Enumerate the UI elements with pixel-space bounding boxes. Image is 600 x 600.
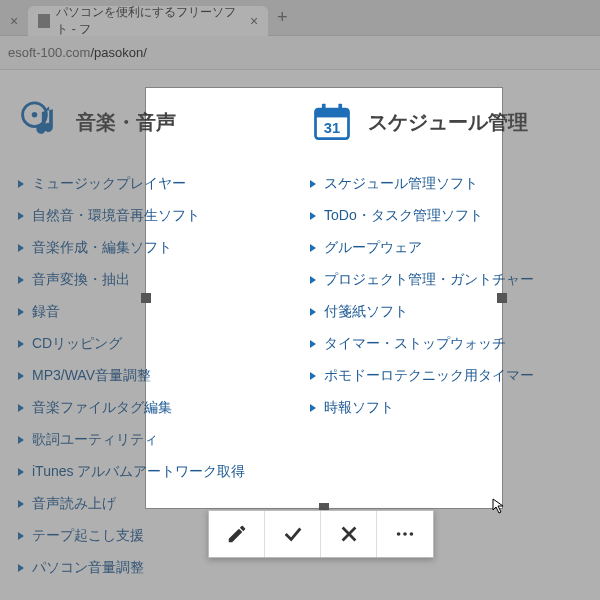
chevron-right-icon (310, 276, 316, 284)
tab-bar: × パソコンを便利にするフリーソフト - フ × + (0, 0, 600, 36)
list-item[interactable]: 録音 (18, 296, 290, 328)
close-icon[interactable]: × (250, 13, 258, 29)
list-item[interactable]: 自然音・環境音再生ソフト (18, 200, 290, 232)
calendar-icon: 31 (310, 100, 354, 144)
tab-title: パソコンを便利にするフリーソフト - フ (56, 4, 244, 38)
svg-rect-3 (316, 109, 349, 117)
chevron-right-icon (310, 244, 316, 252)
list-item-link[interactable]: パソコン音量調整 (32, 559, 144, 577)
list-item-link[interactable]: ToDo・タスク管理ソフト (324, 207, 483, 225)
chevron-right-icon (310, 308, 316, 316)
list-item-link[interactable]: ミュージックプレイヤー (32, 175, 186, 193)
more-button[interactable] (377, 511, 433, 557)
chevron-right-icon (18, 564, 24, 572)
svg-text:31: 31 (324, 120, 340, 136)
url-host: esoft-100.com (8, 45, 90, 60)
chevron-right-icon (18, 404, 24, 412)
list-item-link[interactable]: MP3/WAV音量調整 (32, 367, 151, 385)
list-item[interactable]: 音楽作成・編集ソフト (18, 232, 290, 264)
chevron-right-icon (18, 212, 24, 220)
tab-inactive[interactable]: × (0, 6, 28, 36)
list-item[interactable]: グループウェア (310, 232, 582, 264)
svg-point-9 (410, 532, 414, 536)
list-item[interactable]: 時報ソフト (310, 392, 582, 424)
list-item[interactable]: iTunes アルバムアートワーク取得 (18, 456, 290, 488)
chevron-right-icon (18, 308, 24, 316)
list-item-link[interactable]: グループウェア (324, 239, 422, 257)
list-item-link[interactable]: 音楽ファイルタグ編集 (32, 399, 172, 417)
svg-rect-4 (322, 104, 326, 113)
url-path: /pasokon/ (90, 45, 146, 60)
category-header: 31 スケジュール管理 (310, 100, 582, 144)
tab-active[interactable]: パソコンを便利にするフリーソフト - フ × (28, 6, 268, 36)
list-item-link[interactable]: ポモドーロテクニック用タイマー (324, 367, 534, 385)
list-item[interactable]: MP3/WAV音量調整 (18, 360, 290, 392)
list-item[interactable]: スケジュール管理ソフト (310, 168, 582, 200)
confirm-button[interactable] (265, 511, 321, 557)
chevron-right-icon (18, 244, 24, 252)
list-item-link[interactable]: 録音 (32, 303, 60, 321)
list-item[interactable]: ToDo・タスク管理ソフト (310, 200, 582, 232)
list-item[interactable]: CDリッピング (18, 328, 290, 360)
chevron-right-icon (310, 212, 316, 220)
chevron-right-icon (18, 468, 24, 476)
list-item-link[interactable]: プロジェクト管理・ガントチャー (324, 271, 534, 289)
list-item[interactable]: 音楽ファイルタグ編集 (18, 392, 290, 424)
category-header: 音楽・音声 (18, 100, 290, 144)
chevron-right-icon (310, 404, 316, 412)
list-item[interactable]: プロジェクト管理・ガントチャー (310, 264, 582, 296)
url-bar[interactable]: esoft-100.com/pasokon/ (0, 36, 600, 70)
list-item-link[interactable]: CDリッピング (32, 335, 122, 353)
chevron-right-icon (18, 340, 24, 348)
list-item-link[interactable]: 自然音・環境音再生ソフト (32, 207, 200, 225)
list-item-link[interactable]: 付箋紙ソフト (324, 303, 408, 321)
list-item-link[interactable]: テープ起こし支援 (32, 527, 144, 545)
category-list-schedule: スケジュール管理ソフトToDo・タスク管理ソフトグループウェアプロジェクト管理・… (310, 168, 582, 424)
chevron-right-icon (18, 372, 24, 380)
list-item-link[interactable]: 音声変換・抽出 (32, 271, 130, 289)
svg-point-1 (32, 112, 38, 118)
chevron-right-icon (18, 436, 24, 444)
svg-rect-5 (338, 104, 342, 113)
list-item[interactable]: 音声変換・抽出 (18, 264, 290, 296)
cancel-button[interactable] (321, 511, 377, 557)
list-item-link[interactable]: 音声読み上げ (32, 495, 116, 513)
list-item-link[interactable]: 歌詞ユーティリティ (32, 431, 158, 449)
svg-point-7 (397, 532, 401, 536)
list-item[interactable]: ミュージックプレイヤー (18, 168, 290, 200)
list-item[interactable]: 歌詞ユーティリティ (18, 424, 290, 456)
screenshot-toolbar (208, 510, 434, 558)
edit-button[interactable] (209, 511, 265, 557)
chevron-right-icon (18, 180, 24, 188)
list-item-link[interactable]: 時報ソフト (324, 399, 394, 417)
category-schedule: 31 スケジュール管理 スケジュール管理ソフトToDo・タスク管理ソフトグループ… (310, 100, 582, 570)
list-item-link[interactable]: スケジュール管理ソフト (324, 175, 478, 193)
category-music: 音楽・音声 ミュージックプレイヤー自然音・環境音再生ソフト音楽作成・編集ソフト音… (18, 100, 290, 570)
list-item[interactable]: 付箋紙ソフト (310, 296, 582, 328)
new-tab-button[interactable]: + (268, 7, 296, 28)
music-disc-icon (18, 100, 62, 144)
chevron-right-icon (310, 180, 316, 188)
list-item-link[interactable]: タイマー・ストップウォッチ (324, 335, 506, 353)
list-item-link[interactable]: 音楽作成・編集ソフト (32, 239, 172, 257)
list-item[interactable]: ポモドーロテクニック用タイマー (310, 360, 582, 392)
chevron-right-icon (18, 276, 24, 284)
list-item-link[interactable]: iTunes アルバムアートワーク取得 (32, 463, 245, 481)
category-title: スケジュール管理 (368, 109, 528, 136)
chevron-right-icon (310, 372, 316, 380)
chevron-right-icon (310, 340, 316, 348)
category-title: 音楽・音声 (76, 109, 176, 136)
close-icon[interactable]: × (10, 13, 18, 29)
favicon-icon (38, 14, 50, 28)
chevron-right-icon (18, 532, 24, 540)
chevron-right-icon (18, 500, 24, 508)
list-item[interactable]: タイマー・ストップウォッチ (310, 328, 582, 360)
cursor-icon (492, 498, 508, 514)
svg-point-8 (403, 532, 407, 536)
